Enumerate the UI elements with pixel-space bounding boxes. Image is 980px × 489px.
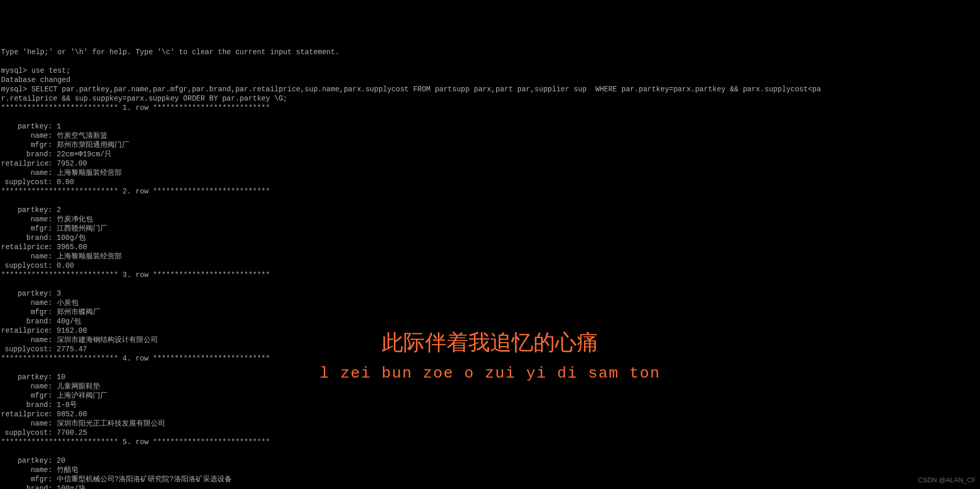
field-row: brand: 40g/包 [1, 317, 81, 325]
row-separator-1: *************************** 1. row *****… [1, 103, 980, 112]
field-row: brand: 100g/块 [1, 484, 86, 489]
field-row: partkey: 10 [1, 373, 66, 381]
field-row: name: 小炭包 [1, 299, 78, 307]
field-row: partkey: 1 [1, 122, 61, 131]
field-row: brand: 1-8号 [1, 401, 77, 409]
field-row: brand: 22cm×Φ19cm/只 [1, 150, 112, 158]
query-line-2: r.retailprice && sup.suppkey=parx.suppke… [1, 94, 288, 103]
field-row: partkey: 2 [1, 206, 61, 214]
field-row: mfgr: 江西赣州阀门厂 [1, 224, 107, 233]
query-line-1: mysql> SELECT par.partkey,par.name,par.m… [1, 85, 821, 93]
field-row: retailprice: 7952.00 [1, 159, 87, 168]
field-row: name: 竹醋皂 [1, 466, 78, 474]
database-changed-msg: Database changed [1, 76, 70, 84]
row-separator-3: *************************** 3. row *****… [1, 270, 980, 280]
mysql-prompt-use: mysql> use test; [1, 67, 70, 75]
help-text: Type 'help;' or '\h' for help. Type '\c'… [1, 48, 339, 56]
field-row: name: 深圳市阳光正工科技发展有限公司 [1, 419, 165, 428]
field-row: name: 竹炭净化包 [1, 215, 93, 223]
terminal-output[interactable]: Type 'help;' or '\h' for help. Type '\c'… [0, 37, 980, 489]
subtitle-chinese: 此际伴着我追忆的心痛 [382, 338, 598, 347]
field-row: partkey: 3 [1, 289, 61, 298]
row-separator-5: *************************** 5. row *****… [1, 437, 980, 447]
field-row: retailprice: 9162.00 [1, 327, 87, 335]
row-separator-4: *************************** 4. row *****… [1, 354, 980, 363]
watermark-text: CSDN @ALAN_CF [918, 476, 976, 485]
field-row: mfgr: 上海沪祥阀门厂 [1, 392, 107, 400]
field-row: brand: 100g/包 [1, 234, 86, 242]
field-row: supplycost: 7700.25 [1, 429, 87, 437]
field-row: mfgr: 中信重型机械公司?洛阳洛矿研究院?洛阳洛矿采选设备 [1, 475, 232, 483]
field-row: retailprice: 9852.00 [1, 410, 87, 418]
field-row: name: 儿童网眼鞋垫 [1, 382, 100, 390]
subtitle-romanization: l zei bun zoe o zui yi di sam ton [320, 369, 660, 378]
field-row: name: 深圳市建海钢结构设计有限公司 [1, 336, 158, 344]
field-row: name: 上海黎顺服装经营部 [1, 252, 122, 260]
field-row: mfgr: 郑州市荥阳通用阀门厂 [1, 141, 129, 149]
field-row: supplycost: 0.00 [1, 262, 74, 270]
row-separator-2: *************************** 2. row *****… [1, 187, 980, 196]
field-row: name: 竹炭空气清新篮 [1, 132, 107, 140]
field-row: partkey: 20 [1, 457, 66, 465]
field-row: retailprice: 3965.00 [1, 243, 87, 251]
field-row: supplycost: 2775.47 [1, 345, 87, 353]
field-row: mfgr: 郑州市蝶阀厂 [1, 308, 100, 316]
field-row: supplycost: 0.00 [1, 178, 74, 186]
field-row: name: 上海黎顺服装经营部 [1, 169, 122, 177]
